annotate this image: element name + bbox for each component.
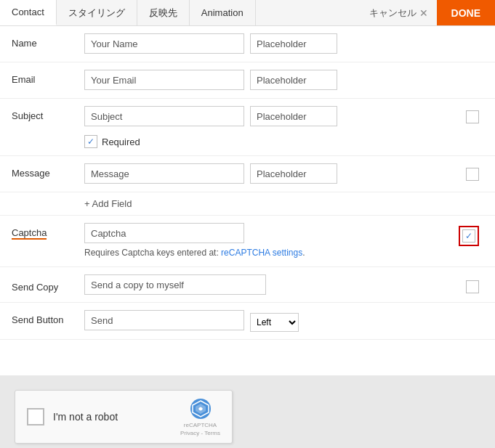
- tab-reflect[interactable]: 反映先: [137, 0, 190, 25]
- tab-contact[interactable]: Contact: [0, 0, 57, 25]
- captcha-note: Requires Captcha keys entered at: reCAPT…: [84, 246, 454, 259]
- recaptcha-links: Privacy - Terms: [180, 430, 220, 436]
- captcha-checkbox-outer: [459, 226, 479, 246]
- align-select[interactable]: Left Center Right: [250, 313, 299, 332]
- subject-input[interactable]: [84, 106, 244, 126]
- done-button[interactable]: DONE: [437, 0, 495, 25]
- message-label: Message: [12, 163, 84, 179]
- send-copy-row: Send Copy: [0, 267, 495, 303]
- recaptcha-widget: I'm not a robot reCAPTCHA Privacy - Term…: [15, 390, 233, 444]
- send-button-row: Send Button Left Center Right: [0, 303, 495, 340]
- send-copy-checkbox[interactable]: [466, 280, 479, 293]
- tab-bar: Contact スタイリング 反映先 Animation キャンセル ✕ DON…: [0, 0, 495, 26]
- email-inputs: [84, 70, 483, 90]
- captcha-checkbox-area: [454, 223, 483, 246]
- email-placeholder-input[interactable]: [250, 70, 337, 90]
- captcha-row: Captcha Requires Captcha keys entered at…: [0, 216, 495, 267]
- captcha-checkbox[interactable]: [462, 229, 475, 243]
- tab-animation[interactable]: Animation: [190, 0, 256, 25]
- send-button-inputs: Left Center Right: [84, 310, 483, 332]
- email-input[interactable]: [84, 70, 244, 90]
- name-inputs: [84, 33, 483, 54]
- send-copy-input[interactable]: [84, 274, 266, 295]
- recaptcha-settings-link[interactable]: reCAPTCHA settings: [221, 248, 302, 258]
- message-row: Message: [0, 156, 495, 192]
- subject-row-checkbox: [462, 106, 483, 123]
- name-label: Name: [12, 33, 84, 49]
- captcha-input[interactable]: [84, 223, 244, 243]
- captcha-content: Requires Captcha keys entered at: reCAPT…: [84, 223, 454, 259]
- message-visible-checkbox[interactable]: [466, 168, 479, 181]
- subject-row: Subject Required: [0, 99, 495, 156]
- message-row-checkbox: [462, 163, 483, 181]
- send-copy-checkbox-area: [462, 276, 483, 293]
- form-content: Name Email Subject Required: [0, 26, 495, 375]
- name-row: Name: [0, 26, 495, 62]
- send-button-input[interactable]: [84, 310, 244, 330]
- send-copy-inputs: [84, 274, 462, 295]
- email-label: Email: [12, 70, 84, 85]
- recaptcha-area: I'm not a robot reCAPTCHA Privacy - Term…: [0, 375, 495, 448]
- message-placeholder-input[interactable]: [250, 163, 337, 184]
- tab-styling[interactable]: スタイリング: [57, 0, 137, 25]
- robot-text: I'm not a robot: [53, 411, 172, 423]
- subject-label: Subject: [12, 106, 84, 121]
- required-label: Required: [102, 137, 140, 147]
- send-button-label: Send Button: [12, 310, 84, 325]
- subject-visible-checkbox[interactable]: [466, 110, 479, 123]
- required-row: Required: [84, 135, 462, 148]
- add-field-button[interactable]: + Add Field: [84, 198, 132, 209]
- name-input[interactable]: [84, 33, 244, 54]
- name-placeholder-input[interactable]: [250, 33, 337, 54]
- email-row: Email: [0, 62, 495, 99]
- captcha-note-suffix: .: [302, 248, 305, 258]
- recaptcha-brand: reCAPTCHA: [184, 422, 217, 428]
- send-copy-label: Send Copy: [12, 277, 84, 293]
- message-inputs: [84, 163, 462, 184]
- captcha-note-text: Requires Captcha keys entered at:: [84, 248, 221, 258]
- robot-checkbox[interactable]: [27, 408, 44, 425]
- subject-inputs: Required: [84, 106, 462, 148]
- subject-placeholder-input[interactable]: [250, 106, 337, 126]
- cancel-button[interactable]: キャンセル ✕: [361, 0, 437, 25]
- required-checkbox[interactable]: [84, 135, 97, 148]
- recaptcha-icon: [189, 397, 212, 420]
- close-icon: ✕: [419, 7, 428, 19]
- recaptcha-logo: reCAPTCHA Privacy - Terms: [180, 397, 220, 436]
- captcha-label: Captcha: [12, 223, 84, 240]
- message-input[interactable]: [84, 163, 244, 184]
- align-select-row: Left Center Right: [250, 313, 299, 332]
- captcha-label-text: Captcha: [12, 227, 47, 240]
- add-field-row: + Add Field: [0, 192, 495, 216]
